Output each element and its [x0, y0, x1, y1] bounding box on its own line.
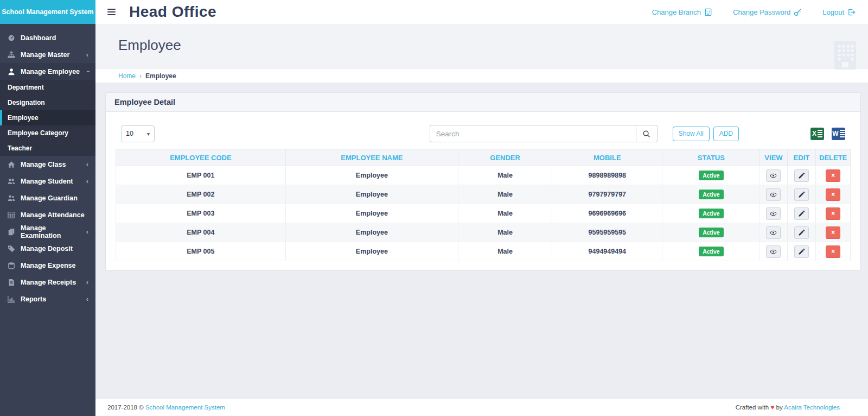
search-button[interactable] — [636, 125, 658, 142]
sign-out-icon — [847, 8, 856, 16]
change-branch-link[interactable]: Change Branch — [652, 8, 712, 16]
students-icon — [7, 177, 16, 186]
eye-icon — [770, 191, 777, 198]
table-row: EMP 003 Employee Male 9696969696 Active … — [116, 204, 851, 223]
delete-button[interactable]: × — [826, 226, 840, 239]
user-icon — [7, 67, 16, 76]
panel-body: 10 ▾ Show All ADD — [106, 112, 860, 270]
col-status: STATUS — [662, 149, 760, 166]
view-button[interactable] — [766, 169, 781, 182]
pencil-icon — [798, 191, 805, 198]
logout-link[interactable]: Logout — [822, 8, 856, 16]
sidebar-item-manage-class[interactable]: Manage Class ‹ — [0, 156, 95, 173]
guardians-icon — [7, 194, 16, 203]
employee-submenu: Department Designation Employee Employee… — [0, 80, 95, 156]
edit-button[interactable] — [794, 226, 809, 239]
submenu-item-department[interactable]: Department — [0, 80, 95, 95]
employee-table: EMPLOYEE CODE EMPLOYEE NAME GENDER MOBIL… — [116, 149, 851, 261]
money-icon — [7, 261, 16, 270]
pencil-icon — [798, 229, 805, 236]
status-badge: Active — [699, 228, 724, 237]
sidebar-item-manage-examination[interactable]: Manage Examination ‹ — [0, 223, 95, 240]
submenu-item-employee[interactable]: Employee — [0, 110, 95, 125]
sidebar-item-reports[interactable]: Reports ‹ — [0, 291, 95, 307]
panel-title: Employee Detail — [106, 93, 860, 112]
submenu-item-employee-category[interactable]: Employee Category — [0, 125, 95, 141]
footer-acaira-link[interactable]: Acaira Technologies — [784, 404, 840, 411]
search-input[interactable] — [430, 125, 636, 142]
eye-icon — [770, 172, 777, 179]
delete-button[interactable]: × — [826, 169, 840, 182]
col-gender: GENDER — [458, 149, 552, 166]
view-button[interactable] — [766, 207, 781, 220]
page-size-select[interactable]: 10 ▾ — [121, 125, 155, 142]
sidebar-item-manage-attendance[interactable]: Manage Attendance — [0, 206, 95, 223]
sidebar-item-manage-deposit[interactable]: Manage Deposit — [0, 240, 95, 257]
col-view: VIEW — [760, 149, 787, 166]
chevron-left-icon: ‹ — [86, 161, 88, 168]
sidebar-item-label: Manage Expense — [21, 262, 75, 269]
edit-button[interactable] — [794, 169, 809, 182]
search-icon — [642, 130, 650, 138]
export-word-icon[interactable]: W — [832, 128, 845, 140]
sidebar-item-manage-employee[interactable]: Manage Employee ‹ — [0, 63, 95, 80]
employee-detail-panel: Employee Detail 10 ▾ — [105, 92, 861, 270]
footer-credit: Crafted with ♥ by Acaira Technologies — [736, 404, 840, 411]
search-group — [430, 125, 658, 142]
change-password-link[interactable]: Change Password — [733, 8, 802, 16]
edit-button[interactable] — [794, 188, 809, 201]
file-text-icon — [7, 278, 16, 287]
col-mobile: MOBILE — [552, 149, 662, 166]
page-size-value: 10 — [126, 130, 133, 137]
topbar-links: Change Branch Change Password Logout — [652, 8, 856, 16]
action-buttons: Show All ADD — [673, 127, 739, 141]
view-button[interactable] — [766, 245, 781, 258]
eye-icon — [770, 229, 777, 236]
delete-button[interactable]: × — [826, 245, 840, 258]
table-row: EMP 002 Employee Male 9797979797 Active … — [116, 185, 851, 204]
submenu-item-designation[interactable]: Designation — [0, 95, 95, 110]
col-employee-code: EMPLOYEE CODE — [116, 149, 286, 166]
view-button[interactable] — [766, 188, 781, 201]
sidebar-item-manage-master[interactable]: Manage Master ‹ — [0, 46, 95, 63]
breadcrumb-separator: › — [139, 72, 142, 80]
sitemap-icon — [7, 51, 16, 59]
table-icon — [7, 211, 16, 219]
page-title: Employee — [118, 37, 181, 54]
show-all-button[interactable]: Show All — [673, 127, 710, 141]
edit-button[interactable] — [794, 245, 809, 258]
edit-button[interactable] — [794, 207, 809, 220]
pencil-icon — [798, 248, 805, 255]
add-button[interactable]: ADD — [713, 127, 739, 141]
sidebar-item-dashboard[interactable]: Dashboard — [0, 29, 95, 46]
footer-sms-link[interactable]: School Management System — [145, 404, 225, 411]
sidebar-item-manage-receipts[interactable]: Manage Receipts ‹ — [0, 274, 95, 291]
sidebar-item-label: Manage Deposit — [21, 245, 73, 253]
sidebar-item-label: Manage Student — [21, 178, 73, 185]
chevron-left-icon: ‹ — [86, 228, 88, 235]
sidebar-item-manage-student[interactable]: Manage Student ‹ — [0, 173, 95, 190]
status-badge: Active — [699, 190, 724, 199]
chevron-left-icon: ‹ — [86, 178, 88, 185]
export-excel-icon[interactable]: X — [810, 128, 824, 140]
status-badge: Active — [699, 247, 724, 256]
sidebar: School Management System Dashboard Manag… — [0, 0, 95, 416]
delete-button[interactable]: × — [826, 207, 840, 220]
tag-icon — [7, 244, 16, 253]
app-root: School Management System Dashboard Manag… — [0, 0, 868, 416]
sidebar-item-manage-guardian[interactable]: Manage Guardian — [0, 190, 95, 206]
copy-icon — [7, 228, 16, 236]
breadcrumb: Home › Employee — [95, 68, 868, 83]
pencil-icon — [798, 172, 805, 179]
caret-down-icon: ▾ — [147, 131, 150, 137]
pencil-icon — [798, 210, 805, 217]
hamburger-menu-icon[interactable] — [107, 9, 116, 15]
delete-button[interactable]: × — [826, 188, 840, 201]
sidebar-item-label: Manage Receipts — [21, 279, 76, 286]
sidebar-item-manage-expense[interactable]: Manage Expense — [0, 257, 95, 274]
sidebar-item-label: Dashboard — [21, 34, 56, 42]
view-button[interactable] — [766, 226, 781, 239]
breadcrumb-home-link[interactable]: Home — [118, 72, 136, 80]
chevron-down-icon: ‹ — [84, 70, 91, 72]
submenu-item-teacher[interactable]: Teacher — [0, 141, 95, 156]
